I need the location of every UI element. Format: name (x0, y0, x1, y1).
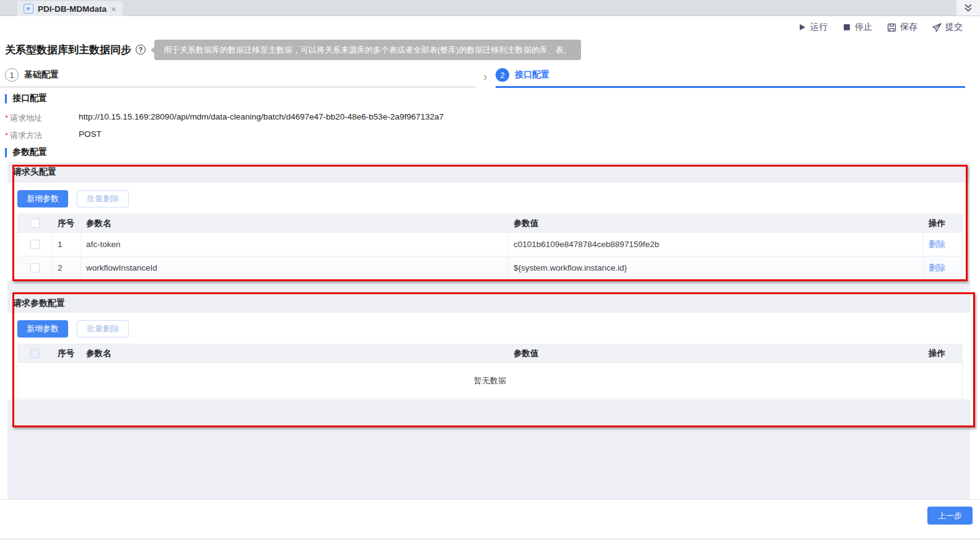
batch-delete-button[interactable]: 批量删除 (77, 190, 129, 207)
batch-delete-button[interactable]: 批量删除 (77, 320, 129, 338)
footer-bar: 上一步 (0, 499, 980, 539)
delete-link[interactable]: 删除 (929, 240, 945, 249)
pipeline-file-icon: P (24, 4, 33, 14)
stop-icon (842, 23, 851, 32)
select-all-checkbox[interactable] (30, 349, 40, 358)
step-arrow-icon: › (483, 70, 488, 82)
save-button[interactable]: 保存 (887, 22, 917, 33)
section-params-config: 参数配置 (5, 147, 47, 158)
empty-state-text: 暂无数据 (18, 363, 963, 399)
cell-param-name: afc-token (81, 233, 509, 256)
step-1-underline (0, 86, 476, 88)
tooltip: 用于关系数据库的数据迁移至主数据，可以将关系来源库的多个表或者全部表(整库)的数… (154, 40, 581, 60)
add-param-button[interactable]: 新增参数 (17, 190, 68, 207)
step-2-number: 2 (496, 68, 509, 82)
submit-button[interactable]: 提交 (932, 22, 963, 33)
run-button[interactable]: 运行 (798, 22, 828, 33)
step-interface-config[interactable]: 2 接口配置 (496, 68, 549, 82)
empty-row: 暂无数据 (18, 363, 963, 399)
section-accent-bar (5, 94, 7, 103)
cell-index: 2 (53, 256, 81, 280)
column-index: 序号 (53, 214, 81, 233)
collapse-tabs-button[interactable] (956, 0, 980, 15)
row-checkbox[interactable] (30, 263, 40, 272)
send-icon (932, 23, 942, 32)
request-url-field: *请求地址 http://10.15.15.169:28090/api/mdm/… (5, 113, 872, 124)
request-params-button-row: 新增参数 批量删除 (7, 313, 970, 338)
step-2-label: 接口配置 (515, 69, 549, 81)
request-header-button-row: 新增参数 批量删除 (7, 183, 970, 207)
request-params-table: 序号 参数名 参数值 操作 暂无数据 (17, 344, 963, 399)
step-1-label: 基础配置 (24, 69, 59, 81)
stop-button[interactable]: 停止 (842, 22, 872, 33)
column-action: 操作 (924, 344, 963, 363)
request-params-panel-title: 请求参数配置 (13, 298, 65, 309)
table-row: 1 afc-token c0101b6109e8478784ceb8897159… (18, 233, 963, 256)
help-icon[interactable]: ? (136, 45, 146, 54)
select-all-checkbox[interactable] (30, 219, 40, 228)
table-header-row: 序号 参数名 参数值 操作 (18, 214, 963, 233)
request-params-panel-body: 新增参数 批量删除 序号 参数名 参数值 操作 暂无数据 (7, 313, 970, 399)
tooltip-text: 用于关系数据库的数据迁移至主数据，可以将关系来源库的多个表或者全部表(整库)的数… (164, 45, 572, 54)
request-method-label: 请求方法 (10, 131, 42, 140)
params-area: 请求头配置 新增参数 批量删除 序号 参数名 参数值 操作 (7, 162, 970, 500)
cell-param-value: c0101b6109e8478784ceb8897159fe2b (509, 233, 924, 256)
tab-label: PDI-DB-MDMdata (38, 4, 107, 14)
column-action: 操作 (924, 214, 963, 233)
step-2-active-underline (496, 86, 965, 88)
row-checkbox[interactable] (30, 240, 40, 249)
request-header-table: 序号 参数名 参数值 操作 1 afc-token c0101b6109e847… (17, 214, 963, 280)
tab-close-icon[interactable]: × (111, 4, 116, 14)
request-method-value: POST (79, 129, 102, 139)
step-basic-config[interactable]: 1 基础配置 (5, 68, 59, 82)
previous-step-button[interactable]: 上一步 (927, 507, 973, 525)
cell-param-name: workflowInstanceId (81, 256, 509, 280)
double-chevron-down-icon (963, 3, 973, 13)
add-param-button[interactable]: 新增参数 (17, 320, 68, 338)
step-1-number: 1 (5, 68, 19, 82)
column-name: 参数名 (81, 344, 509, 363)
column-index: 序号 (53, 344, 81, 363)
request-url-value: http://10.15.15.169:28090/api/mdm/data-c… (79, 112, 444, 121)
table-row: 2 workflowInstanceId ${system.workflow.i… (18, 256, 963, 280)
tab-pdi-db-mdmdata[interactable]: P PDI-DB-MDMdata × (17, 1, 123, 16)
cell-index: 1 (53, 233, 81, 256)
request-header-panel-body: 新增参数 批量删除 序号 参数名 参数值 操作 (7, 183, 970, 281)
app-window: P PDI-DB-MDMdata × 运行 停止 保存 (0, 0, 980, 545)
required-asterisk: * (5, 131, 8, 140)
request-header-panel-title: 请求头配置 (13, 167, 56, 178)
request-url-label: 请求地址 (10, 113, 42, 123)
section-interface-config: 接口配置 (5, 93, 47, 104)
stop-button-label: 停止 (855, 22, 872, 33)
column-value: 参数值 (509, 344, 924, 363)
cell-param-value: ${system.workflow.instance.id} (509, 256, 924, 280)
column-name: 参数名 (81, 214, 509, 233)
request-method-field: *请求方法 POST (5, 130, 872, 141)
required-asterisk: * (5, 113, 8, 123)
action-toolbar: 运行 停止 保存 提交 (0, 16, 980, 38)
page-title: 关系型数据库到主数据同步 (5, 43, 131, 57)
save-button-label: 保存 (900, 22, 917, 33)
section-title: 接口配置 (12, 93, 47, 104)
page-header: 关系型数据库到主数据同步 ? 用于关系数据库的数据迁移至主数据，可以将关系来源库… (5, 38, 581, 61)
run-button-label: 运行 (810, 22, 828, 33)
section-title: 参数配置 (12, 147, 47, 158)
delete-link[interactable]: 删除 (929, 263, 945, 272)
play-icon (798, 23, 807, 32)
tab-bar: P PDI-DB-MDMdata × (0, 0, 980, 16)
section-accent-bar (5, 148, 7, 157)
table-header-row: 序号 参数名 参数值 操作 (18, 344, 963, 363)
column-value: 参数值 (509, 214, 924, 233)
submit-button-label: 提交 (945, 22, 963, 33)
save-icon (887, 23, 896, 32)
